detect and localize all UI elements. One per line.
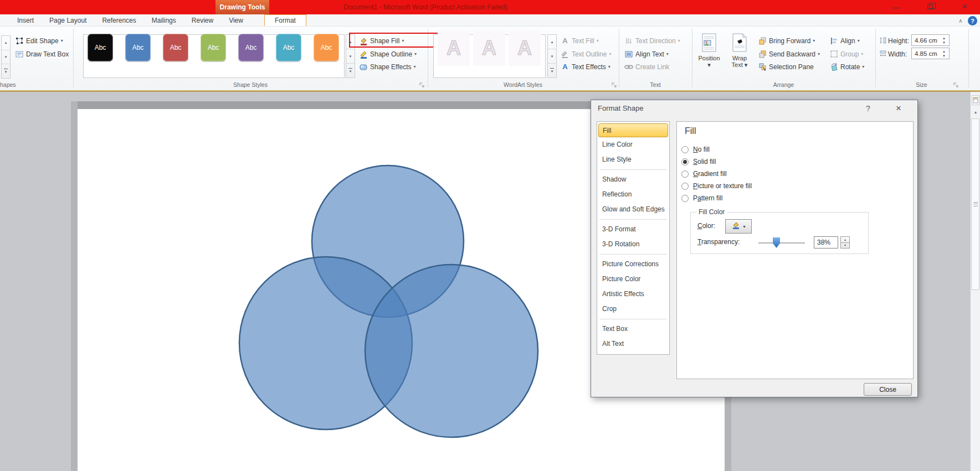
tab-view[interactable]: View xyxy=(221,14,251,26)
align-text-button[interactable]: Align Text ▾ xyxy=(624,48,669,60)
tab-page-layout[interactable]: Page Layout xyxy=(42,14,94,26)
fill-panel-heading: Fill xyxy=(685,126,696,136)
transparency-spinner[interactable]: ▲ ▼ xyxy=(840,236,850,249)
nav-item-line-style[interactable]: Line Style xyxy=(597,152,669,167)
circle-shape-right[interactable] xyxy=(365,265,538,437)
gallery-up-icon[interactable]: ▴ xyxy=(548,35,556,49)
shape-style-chip-3[interactable]: Abc xyxy=(163,34,188,61)
gallery-more-icon[interactable]: ▾ xyxy=(548,64,556,77)
shape-style-chip-6[interactable]: Abc xyxy=(276,34,301,61)
rotate-button[interactable]: Rotate ▾ xyxy=(829,61,864,73)
wordart-dialog-launcher-icon[interactable] xyxy=(611,82,617,88)
nav-item-alt-text[interactable]: Alt Text xyxy=(597,337,669,351)
option-gradient-fill[interactable]: Gradient fill xyxy=(681,168,727,179)
tab-references[interactable]: References xyxy=(94,14,143,26)
gallery-down-icon[interactable]: ▾ xyxy=(548,49,556,64)
tab-mailings[interactable]: Mailings xyxy=(144,14,184,26)
shape-style-chip-1[interactable]: Abc xyxy=(88,34,113,61)
gallery-more-icon[interactable]: ▾ xyxy=(2,64,10,78)
shape-style-chip-2[interactable]: Abc xyxy=(125,34,151,61)
transparency-value-input[interactable]: 38% xyxy=(814,236,838,249)
shape-style-chip-4[interactable]: Abc xyxy=(201,34,226,61)
vertical-scrollbar[interactable]: ▲ xyxy=(970,92,980,471)
nav-item-line-color[interactable]: Line Color xyxy=(597,137,669,152)
text-effects-label: Text Effects xyxy=(572,63,606,71)
wordart-sample-2[interactable]: A xyxy=(473,30,505,66)
radio-icon[interactable] xyxy=(681,195,689,202)
dropdown-arrow-icon: ▾ xyxy=(818,51,820,56)
shapes-gallery-scrollbar[interactable]: ▴ ▾ ▾ xyxy=(1,35,11,79)
dropdown-arrow-icon: ▾ xyxy=(813,38,815,43)
tab-review[interactable]: Review xyxy=(184,14,221,26)
wordart-sample-3[interactable]: A xyxy=(509,30,541,66)
nav-item-glow-soft-edges[interactable]: Glow and Soft Edges xyxy=(597,202,669,217)
dialog-help-icon[interactable]: ? xyxy=(863,103,874,114)
nav-item-3d-rotation[interactable]: 3-D Rotation xyxy=(597,237,669,252)
radio-icon[interactable] xyxy=(681,183,689,190)
transparency-slider[interactable] xyxy=(758,242,805,244)
restore-button[interactable] xyxy=(921,0,940,13)
shape-outline-label: Shape Outline xyxy=(370,50,412,58)
fill-color-dropdown-button[interactable]: ▾ xyxy=(725,219,752,234)
option-picture-texture-fill[interactable]: Picture or texture fill xyxy=(681,180,752,191)
scrollbar-thumb[interactable] xyxy=(971,118,979,290)
wordart-sample-1[interactable]: A xyxy=(438,30,470,66)
create-link-button: Create Link xyxy=(624,61,669,73)
close-window-button[interactable]: × xyxy=(955,0,974,13)
nav-item-artistic-effects[interactable]: Artistic Effects xyxy=(597,287,669,302)
minimize-button[interactable]: — xyxy=(886,0,905,13)
nav-item-picture-color[interactable]: Picture Color xyxy=(597,272,669,287)
wrap-text-button[interactable]: Wrap Text ▾ xyxy=(726,32,753,78)
width-input[interactable]: 4.85 cm ▲ ▼ xyxy=(911,48,950,59)
nav-item-reflection[interactable]: Reflection xyxy=(597,187,669,202)
gallery-more-icon[interactable]: ▾ xyxy=(346,64,355,77)
nav-item-fill[interactable]: Fill xyxy=(598,123,668,137)
ruler-toggle-icon[interactable] xyxy=(972,95,979,105)
option-pattern-fill[interactable]: Pattern fill xyxy=(681,193,722,204)
option-solid-fill[interactable]: Solid fill xyxy=(681,156,716,167)
dialog-close-button[interactable]: Close xyxy=(864,383,912,396)
text-fill-icon: A xyxy=(561,37,569,45)
radio-selected-icon[interactable] xyxy=(681,158,689,165)
height-spinner[interactable]: ▲ ▼ xyxy=(941,35,947,45)
option-label: Gradient fill xyxy=(693,170,727,178)
align-button[interactable]: Align ▾ xyxy=(829,35,860,46)
gallery-down-icon[interactable]: ▾ xyxy=(346,49,355,64)
nav-item-3d-format[interactable]: 3-D Format xyxy=(597,222,669,237)
gallery-up-icon[interactable]: ▴ xyxy=(2,36,10,50)
shape-style-chip-7[interactable]: Abc xyxy=(314,34,339,61)
nav-item-shadow[interactable]: Shadow xyxy=(597,172,669,187)
draw-text-box-icon xyxy=(15,50,24,59)
radio-icon[interactable] xyxy=(681,146,689,153)
shape-style-chip-5[interactable]: Abc xyxy=(238,34,264,61)
nav-item-picture-corrections[interactable]: Picture Corrections xyxy=(597,257,669,272)
collapse-ribbon-icon[interactable]: ∧ xyxy=(956,17,965,25)
transparency-slider-thumb[interactable] xyxy=(773,237,780,248)
send-backward-button[interactable]: Send Backward ▾ xyxy=(758,48,820,60)
tab-format[interactable]: Format xyxy=(264,14,306,26)
size-dialog-launcher-icon[interactable] xyxy=(953,82,959,88)
help-icon[interactable]: ? xyxy=(968,16,977,25)
gallery-down-icon[interactable]: ▾ xyxy=(2,50,10,65)
draw-text-box-button[interactable]: Draw Text Box xyxy=(15,48,69,60)
edit-shape-button[interactable]: Edit Shape ▾ xyxy=(15,35,63,46)
selection-pane-button[interactable]: Selection Pane xyxy=(758,61,814,73)
dropdown-arrow-icon: ▾ xyxy=(61,38,63,43)
shape-styles-dialog-launcher-icon[interactable] xyxy=(419,82,425,88)
shape-effects-button[interactable]: Shape Effects ▾ xyxy=(359,61,416,73)
wordart-gallery-scrollbar[interactable]: ▴ ▾ ▾ xyxy=(547,34,557,78)
option-no-fill[interactable]: No fill xyxy=(681,144,710,155)
position-button[interactable]: Position ▾ xyxy=(695,32,723,78)
dialog-close-icon[interactable]: × xyxy=(892,102,905,114)
edit-shape-label: Edit Shape xyxy=(26,37,59,45)
scroll-up-icon[interactable]: ▲ xyxy=(972,107,979,116)
shape-outline-button[interactable]: Shape Outline ▾ xyxy=(359,48,417,60)
text-effects-button[interactable]: A Text Effects ▾ xyxy=(561,61,610,73)
bring-forward-button[interactable]: Bring Forward ▾ xyxy=(758,35,815,46)
height-input[interactable]: 4.66 cm ▲ ▼ xyxy=(911,34,950,46)
nav-item-text-box[interactable]: Text Box xyxy=(597,322,669,337)
nav-item-crop[interactable]: Crop xyxy=(597,302,669,317)
radio-icon[interactable] xyxy=(681,170,689,178)
width-spinner[interactable]: ▲ ▼ xyxy=(941,49,947,58)
tab-insert[interactable]: Insert xyxy=(9,14,42,26)
